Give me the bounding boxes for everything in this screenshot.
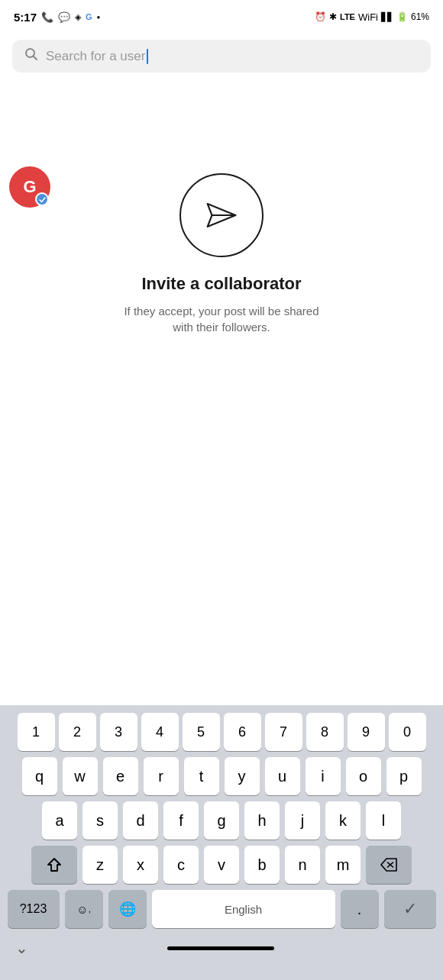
chevron-down-icon[interactable]: ⌄ [15,939,28,957]
space-key[interactable]: English [152,890,335,928]
search-bar[interactable]: Search for a user [12,40,431,73]
lte-icon: LTE [340,12,355,21]
key-4[interactable]: 4 [141,713,179,751]
battery-icon: 🔋 [396,11,408,22]
period-key[interactable]: . [341,890,379,928]
wifi-icon: WiFi [358,11,378,23]
key-c[interactable]: c [163,846,199,884]
keyboard-bottom-bar: ⌄ [3,934,440,957]
key-g[interactable]: g [204,801,239,840]
key-n[interactable]: n [285,846,320,884]
search-icon [24,47,38,65]
key-e[interactable]: e [103,757,138,795]
svg-line-1 [34,56,37,60]
key-y[interactable]: y [225,757,260,795]
key-f[interactable]: f [163,801,199,840]
shift-key[interactable] [31,846,77,884]
keyboard-bottom-row: ?123 ☺, 🌐 English . ✓ [3,890,440,928]
key-o[interactable]: o [346,757,381,795]
avatar-letter: G [23,177,36,197]
key-1[interactable]: 1 [18,713,55,751]
status-left: 5:17 📞 💬 ◈ G ● [14,11,100,24]
key-t[interactable]: t [184,757,219,795]
key-z[interactable]: z [82,846,118,884]
key-0[interactable]: 0 [389,713,426,751]
key-p[interactable]: p [386,757,422,795]
avatar: G [9,166,50,208]
emoji-key[interactable]: ☺, [65,890,103,928]
key-a[interactable]: a [42,801,77,840]
status-bar: 5:17 📞 💬 ◈ G ● ⏰ ✱ LTE WiFi ▋▋ 🔋 61% [0,0,443,34]
search-bar-container: Search for a user [0,34,443,82]
key-r[interactable]: r [144,757,179,795]
phone-icon: 📞 [41,11,53,23]
key-j[interactable]: j [285,801,320,840]
keyboard-asdf-row: a s d f g h j k l [3,801,440,840]
key-h[interactable]: h [244,801,280,840]
key-7[interactable]: 7 [265,713,302,751]
key-9[interactable]: 9 [348,713,385,751]
status-right: ⏰ ✱ LTE WiFi ▋▋ 🔋 61% [315,11,429,23]
signal-icon: ▋▋ [381,12,393,22]
cursor [147,49,148,64]
key-w[interactable]: w [63,757,98,795]
key-m[interactable]: m [325,846,361,884]
invite-subtitle: If they accept, your post will be shared… [115,303,328,335]
key-l[interactable]: l [366,801,401,840]
home-indicator [167,946,274,950]
key-s[interactable]: s [82,801,118,840]
status-time: 5:17 [14,11,37,24]
key-3[interactable]: 3 [100,713,137,751]
symbols-key[interactable]: ?123 [8,890,60,928]
key-8[interactable]: 8 [306,713,344,751]
key-d[interactable]: d [123,801,158,840]
alarm-icon: ⏰ [315,11,326,22]
key-i[interactable]: i [306,757,341,795]
location-icon: ◈ [75,12,81,22]
main-content: Invite a collaborator If they accept, yo… [0,127,443,358]
keyboard: 1 2 3 4 5 6 7 8 9 0 q w e r t y u i o p … [0,705,443,980]
whatsapp-icon: 💬 [58,11,70,23]
enter-key[interactable]: ✓ [384,890,436,928]
invite-icon-circle [179,173,264,257]
dot-icon: ● [97,14,101,21]
invite-title: Invite a collaborator [141,274,301,294]
key-v[interactable]: v [204,846,239,884]
avatar-badge [35,192,49,206]
key-q[interactable]: q [22,757,57,795]
key-5[interactable]: 5 [183,713,220,751]
key-k[interactable]: k [325,801,361,840]
key-2[interactable]: 2 [59,713,96,751]
paper-plane-icon [202,196,241,234]
search-input[interactable]: Search for a user [46,49,419,64]
battery-percent: 61% [411,11,429,22]
bluetooth-icon: ✱ [329,11,337,22]
search-placeholder: Search for a user [46,49,145,64]
keyboard-zxcv-row: z x c v b n m [3,846,440,884]
key-x[interactable]: x [123,846,158,884]
keyboard-number-row: 1 2 3 4 5 6 7 8 9 0 [3,713,440,751]
avatar-badge-icon [37,194,47,205]
backspace-key[interactable] [366,846,412,884]
key-6[interactable]: 6 [224,713,261,751]
key-u[interactable]: u [265,757,300,795]
keyboard-qwerty-row: q w e r t y u i o p [3,757,440,795]
key-b[interactable]: b [244,846,280,884]
globe-key[interactable]: 🌐 [108,890,147,928]
google-icon: G [86,12,92,21]
